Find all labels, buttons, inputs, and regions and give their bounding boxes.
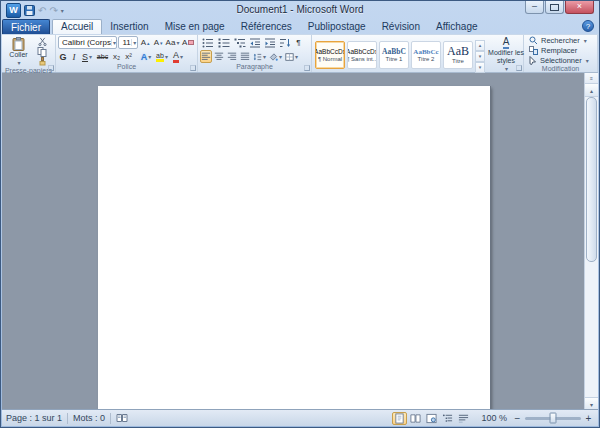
align-left-button[interactable] — [200, 50, 212, 63]
clipboard-dialog-launcher[interactable] — [48, 65, 54, 71]
style-item-normal[interactable]: AaBbCcDx ¶ Normal — [315, 41, 345, 69]
copy-button[interactable] — [33, 47, 51, 56]
tab-accueil[interactable]: Accueil — [52, 19, 102, 34]
quick-access-toolbar: W ↶ ↷ ▾ — [6, 3, 64, 18]
font-dialog-launcher[interactable] — [190, 65, 196, 71]
document-page[interactable] — [98, 86, 490, 410]
tab-fichier[interactable]: Fichier — [2, 19, 50, 34]
paragraph-dialog-launcher[interactable] — [304, 65, 310, 71]
tab-revision[interactable]: Révision — [374, 20, 428, 34]
line-spacing-button[interactable]: ▾ — [252, 50, 267, 63]
style-item-titre2[interactable]: AaBbCc Titre 2 — [411, 41, 441, 69]
font-name-dropdown-icon[interactable]: ▾ — [111, 39, 116, 46]
style-scroll-down-icon[interactable]: ▾ — [475, 51, 485, 62]
tab-insertion[interactable]: Insertion — [102, 20, 156, 34]
cut-button[interactable] — [33, 37, 51, 46]
style-gallery: AaBbCcDx ¶ Normal AaBbCcDx ¶ Sans int...… — [314, 36, 526, 73]
find-dropdown-icon: ▾ — [584, 37, 587, 44]
tab-mise-en-page[interactable]: Mise en page — [157, 20, 233, 34]
zoom-slider[interactable] — [525, 417, 581, 420]
subscript-button[interactable]: x₂ — [111, 50, 122, 63]
ruler-toggle-button[interactable]: ≡ — [585, 73, 598, 84]
scroll-up-icon: ▴ — [590, 87, 593, 94]
zoom-level-label[interactable]: 100 % — [481, 413, 507, 423]
vertical-scrollbar[interactable]: ≡ ▴ ▾ — [584, 73, 598, 410]
strikethrough-button[interactable]: abc — [95, 50, 110, 63]
bold-button[interactable]: G — [58, 50, 68, 63]
paste-button[interactable]: Coller ▾ — [4, 36, 33, 67]
draft-view-button[interactable] — [456, 412, 471, 425]
align-center-button[interactable] — [213, 50, 225, 63]
replace-button[interactable]: Remplacer — [529, 46, 595, 55]
tab-affichage[interactable]: Affichage — [428, 20, 486, 34]
underline-button[interactable]: S▾ — [80, 50, 94, 63]
find-button[interactable]: Rechercher ▾ — [529, 36, 595, 45]
borders-button[interactable]: ▾ — [284, 50, 299, 63]
replace-icon — [529, 46, 538, 55]
font-name-combobox[interactable]: Calibri (Corps ▾ — [58, 36, 117, 49]
font-color-button[interactable]: A▾ — [171, 50, 185, 63]
decrease-indent-button[interactable] — [248, 36, 262, 49]
close-button[interactable]: × — [565, 1, 594, 14]
zoom-in-button[interactable]: + — [583, 413, 594, 424]
modify-styles-dropdown-icon: ▾ — [505, 65, 508, 72]
increase-indent-button[interactable] — [263, 36, 277, 49]
minimize-button[interactable]: – — [525, 1, 544, 14]
style-scroll-up-icon[interactable]: ▴ — [475, 40, 485, 51]
fullscreen-reading-view-button[interactable] — [408, 412, 423, 425]
save-icon[interactable] — [24, 5, 35, 16]
word-logo-icon[interactable]: W — [6, 3, 21, 18]
justify-button[interactable] — [239, 50, 251, 63]
sort-button[interactable] — [278, 36, 292, 49]
print-layout-view-button[interactable] — [392, 412, 407, 425]
shading-dropdown-icon: ▾ — [279, 53, 282, 60]
superscript-button[interactable]: x² — [123, 50, 134, 63]
page-count-label[interactable]: Page : 1 sur 1 — [6, 413, 62, 423]
window-title: Document1 - Microsoft Word — [1, 4, 599, 15]
scrollbar-thumb[interactable] — [586, 97, 597, 262]
shading-button[interactable]: ▾ — [268, 50, 283, 63]
text-effects-button[interactable]: A▾ — [139, 50, 153, 63]
style-item-sans-interligne[interactable]: AaBbCcDx ¶ Sans int... — [347, 41, 377, 69]
undo-icon[interactable]: ↶ — [38, 4, 46, 17]
scroll-up-button[interactable]: ▴ — [585, 84, 598, 97]
tab-references[interactable]: Références — [233, 20, 300, 34]
highlight-color-button[interactable]: ab▾ — [154, 50, 170, 63]
help-button[interactable]: ? — [582, 20, 594, 32]
grow-font-button[interactable]: A▴ — [139, 36, 151, 49]
outline-view-button[interactable] — [440, 412, 455, 425]
numbering-button[interactable] — [216, 36, 231, 49]
redo-icon[interactable]: ↷ — [49, 4, 57, 17]
tab-publipostage[interactable]: Publipostage — [300, 20, 374, 34]
style-item-titre1[interactable]: AaBbC Titre 1 — [379, 41, 409, 69]
shrink-arrow-icon: ▾ — [160, 40, 163, 46]
style-item-titre[interactable]: AaB Titre — [443, 41, 473, 69]
web-layout-view-button[interactable] — [424, 412, 439, 425]
italic-button[interactable]: I — [69, 50, 79, 63]
maximize-button[interactable] — [545, 1, 564, 14]
multilevel-list-button[interactable] — [232, 36, 247, 49]
group-editing: Rechercher ▾ Remplacer Sélectionner — [524, 35, 598, 72]
show-marks-button[interactable]: ¶ — [293, 36, 304, 49]
proofing-status-icon[interactable] — [116, 413, 128, 423]
style-gallery-more-icon[interactable]: ▾ — [475, 62, 485, 73]
align-right-button[interactable] — [226, 50, 238, 63]
select-dropdown-icon: ▾ — [586, 57, 589, 64]
bullets-button[interactable] — [200, 36, 215, 49]
window-controls: – × — [525, 1, 594, 14]
zoom-slider-thumb[interactable] — [550, 413, 557, 424]
shrink-font-button[interactable]: A▾ — [152, 36, 164, 49]
qat-customize-chevron-icon[interactable]: ▾ — [61, 7, 64, 14]
document-area[interactable] — [2, 73, 584, 410]
group-label-paragraph: Paragraphe — [198, 63, 311, 72]
change-case-button[interactable]: Aa▾ — [165, 36, 180, 49]
maximize-icon — [550, 4, 559, 11]
zoom-out-button[interactable]: − — [512, 413, 523, 424]
eraser-icon — [188, 40, 194, 45]
select-button[interactable]: Sélectionner ▾ — [529, 56, 595, 65]
style-dialog-launcher[interactable] — [516, 65, 522, 71]
font-size-dropdown-icon[interactable]: ▾ — [131, 39, 136, 46]
clear-formatting-button[interactable]: A — [181, 36, 195, 49]
word-count-label[interactable]: Mots : 0 — [73, 413, 105, 423]
font-size-combobox[interactable]: 11 ▾ — [118, 36, 138, 49]
